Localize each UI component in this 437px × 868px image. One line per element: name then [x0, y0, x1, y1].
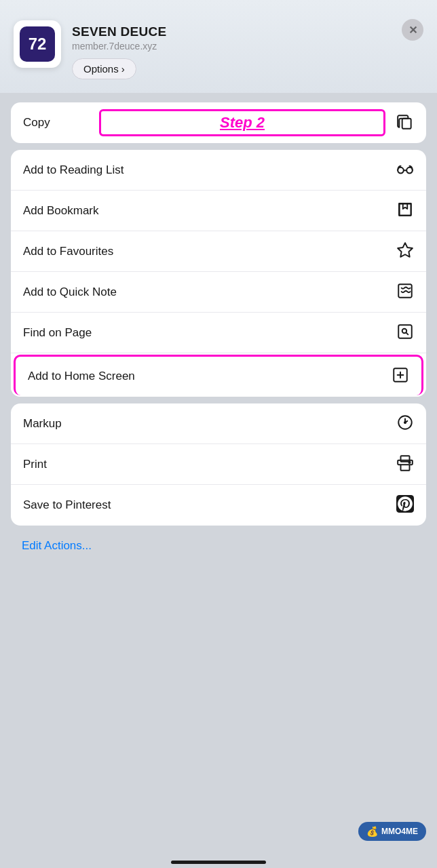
pinterest-icon [396, 495, 414, 515]
edit-actions-section: Edit Actions... [11, 532, 426, 558]
menu-container: Copy Step 2 Add to Reading List [0, 93, 437, 568]
svg-rect-15 [401, 465, 410, 471]
mmo4me-badge[interactable]: 💰 MMO4ME [358, 822, 426, 841]
add-quick-note-item[interactable]: Add to Quick Note [11, 272, 426, 313]
step2-text: Step 2 [220, 114, 265, 132]
home-indicator [0, 854, 437, 868]
svg-marker-4 [398, 243, 413, 257]
print-item[interactable]: Print [11, 444, 426, 485]
glasses-icon [396, 160, 414, 180]
header: 72 SEVEN DEUCE member.7deuce.xyz Options… [0, 0, 437, 93]
book-icon [396, 201, 414, 221]
home-indicator-bar [171, 861, 266, 864]
badge-text: MMO4ME [381, 827, 418, 836]
add-reading-list-label: Add to Reading List [23, 163, 124, 177]
svg-line-8 [406, 332, 408, 334]
print-label: Print [23, 458, 47, 471]
copy-item[interactable]: Copy Step 2 [11, 102, 426, 143]
app-title: SEVEN DEUCE [72, 24, 167, 39]
options-chevron: › [121, 63, 125, 75]
markup-label: Markup [23, 417, 62, 431]
edit-actions-link[interactable]: Edit Actions... [22, 539, 92, 552]
save-pinterest-label: Save to Pinterest [23, 498, 111, 512]
app-url: member.7deuce.xyz [72, 41, 167, 52]
home-screen-wrapper: Add to Home Screen [11, 353, 426, 397]
find-on-page-label: Find on Page [23, 326, 92, 340]
search-doc-icon [396, 323, 414, 343]
app-icon: 72 [14, 20, 61, 68]
markup-item[interactable]: Markup [11, 403, 426, 444]
copy-icon [396, 113, 414, 133]
close-icon: ✕ [408, 24, 417, 37]
star-icon [396, 241, 414, 262]
copy-card: Copy Step 2 [11, 102, 426, 143]
find-on-page-item[interactable]: Find on Page [11, 313, 426, 353]
close-button[interactable]: ✕ [402, 19, 423, 41]
add-favourites-label: Add to Favourites [23, 245, 113, 258]
more-actions-card: Markup Print Save to Pint [11, 403, 426, 526]
add-favourites-item[interactable]: Add to Favourites [11, 231, 426, 272]
badge-dollar-icon: 💰 [366, 826, 378, 837]
svg-rect-3 [399, 203, 411, 215]
svg-rect-6 [398, 325, 412, 338]
add-home-screen-item[interactable]: Add to Home Screen [14, 355, 423, 395]
app-icon-text: 72 [28, 35, 47, 54]
app-icon-inner: 72 [20, 26, 55, 62]
svg-point-13 [404, 421, 406, 422]
save-pinterest-item[interactable]: Save to Pinterest [11, 485, 426, 526]
svg-point-16 [408, 461, 410, 462]
header-info: SEVEN DEUCE member.7deuce.xyz Options › [72, 20, 167, 79]
add-quick-note-label: Add to Quick Note [23, 285, 117, 299]
note-icon [396, 282, 414, 302]
add-bookmark-label: Add Bookmark [23, 204, 99, 218]
svg-rect-0 [402, 119, 411, 129]
print-icon [396, 454, 414, 475]
options-button[interactable]: Options › [72, 58, 136, 79]
add-square-icon [392, 366, 409, 387]
copy-label: Copy [23, 116, 50, 130]
options-label: Options [83, 63, 119, 75]
add-reading-list-item[interactable]: Add to Reading List [11, 150, 426, 191]
markup-icon [396, 414, 414, 434]
main-actions-card: Add to Reading List Add Bookmark [11, 150, 426, 397]
add-home-screen-label: Add to Home Screen [28, 370, 135, 383]
add-bookmark-item[interactable]: Add Bookmark [11, 191, 426, 231]
step2-annotation: Step 2 [99, 109, 385, 136]
